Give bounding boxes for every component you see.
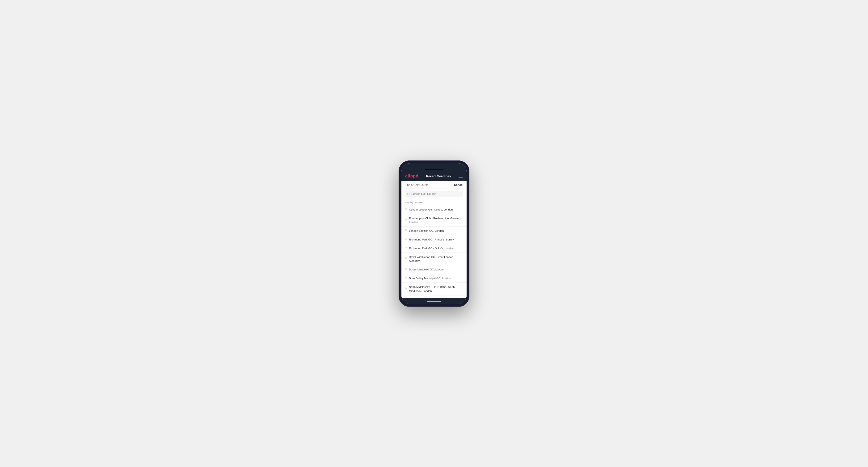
course-list-item[interactable]: Dukes Meadows GC, London bbox=[401, 265, 467, 274]
phone-device: clippd Recent Searches Find a Golf Cours… bbox=[399, 160, 469, 307]
svg-point-6 bbox=[406, 247, 406, 248]
location-pin-icon bbox=[405, 287, 407, 291]
course-name: Richmond Park GC - Duke's, London bbox=[409, 246, 454, 250]
course-list-item[interactable]: North Middlesex GC (1011942 - North Midd… bbox=[401, 283, 467, 295]
course-list-item[interactable]: London Scottish GC, London bbox=[401, 226, 467, 235]
course-name: Royal Wimbledon GC, Great London Authori… bbox=[409, 255, 463, 262]
app-logo: clippd bbox=[405, 174, 418, 179]
menu-line-1 bbox=[459, 175, 463, 175]
svg-point-3 bbox=[406, 219, 406, 219]
course-list-item[interactable]: Richmond Park GC - Prince's, Surrey bbox=[401, 235, 467, 244]
svg-point-5 bbox=[406, 238, 406, 239]
course-name: Central London Golf Centre, London bbox=[409, 208, 453, 212]
location-pin-icon bbox=[405, 229, 407, 233]
nearby-courses-label: Nearby courses bbox=[401, 199, 467, 205]
menu-line-3 bbox=[459, 177, 463, 178]
nearby-courses-section: Nearby courses Central London Golf Centr… bbox=[401, 199, 467, 298]
course-list-item[interactable]: Brent Valley Municipal GC, London bbox=[401, 274, 467, 283]
location-pin-icon bbox=[405, 208, 407, 212]
location-pin-icon bbox=[405, 218, 407, 222]
course-name: North Middlesex GC (1011942 - North Midd… bbox=[409, 285, 463, 292]
search-icon bbox=[407, 192, 410, 195]
svg-point-10 bbox=[406, 288, 406, 288]
phone-screen: clippd Recent Searches Find a Golf Cours… bbox=[401, 163, 467, 304]
course-name: Brent Valley Municipal GC, London bbox=[409, 276, 451, 280]
search-box bbox=[405, 191, 463, 197]
find-bar: Find a Golf Course Cancel bbox=[401, 181, 467, 189]
location-pin-icon bbox=[405, 238, 407, 241]
find-label: Find a Golf Course bbox=[405, 183, 429, 187]
courses-list: Central London Golf Centre, LondonRoeham… bbox=[401, 205, 467, 298]
course-list-item[interactable]: Coombe Hill GC, Kingston upon Thames bbox=[401, 295, 467, 298]
course-name: Dukes Meadows GC, London bbox=[409, 268, 444, 271]
svg-point-8 bbox=[406, 269, 406, 269]
svg-point-9 bbox=[406, 277, 406, 278]
svg-point-2 bbox=[406, 208, 406, 209]
main-content: Find a Golf Course Cancel Nearby courses… bbox=[401, 181, 467, 298]
header-title: Recent Searches bbox=[426, 175, 451, 178]
svg-point-7 bbox=[406, 258, 406, 258]
home-indicator bbox=[401, 298, 467, 304]
search-input[interactable] bbox=[411, 192, 461, 196]
location-pin-icon bbox=[405, 257, 407, 261]
svg-point-4 bbox=[406, 229, 406, 230]
course-list-item[interactable]: Central London Golf Centre, London bbox=[401, 205, 467, 214]
svg-line-1 bbox=[409, 194, 409, 195]
home-pill bbox=[427, 301, 441, 302]
course-name: Richmond Park GC - Prince's, Surrey bbox=[409, 238, 454, 241]
search-container bbox=[401, 189, 467, 199]
course-name: London Scottish GC, London bbox=[409, 229, 444, 233]
course-list-item[interactable]: Roehampton Club - Roehampton, Greater Lo… bbox=[401, 214, 467, 226]
course-list-item[interactable]: Royal Wimbledon GC, Great London Authori… bbox=[401, 253, 467, 265]
app-header: clippd Recent Searches bbox=[401, 171, 467, 181]
location-pin-icon bbox=[405, 276, 407, 280]
location-pin-icon bbox=[405, 268, 407, 271]
notch-pill bbox=[425, 169, 443, 170]
location-pin-icon bbox=[405, 246, 407, 250]
menu-icon[interactable] bbox=[459, 175, 463, 178]
menu-line-2 bbox=[459, 176, 463, 176]
phone-notch bbox=[401, 163, 467, 171]
course-list-item[interactable]: Richmond Park GC - Duke's, London bbox=[401, 244, 467, 253]
course-name: Roehampton Club - Roehampton, Greater Lo… bbox=[409, 216, 463, 224]
cancel-button[interactable]: Cancel bbox=[454, 183, 463, 187]
